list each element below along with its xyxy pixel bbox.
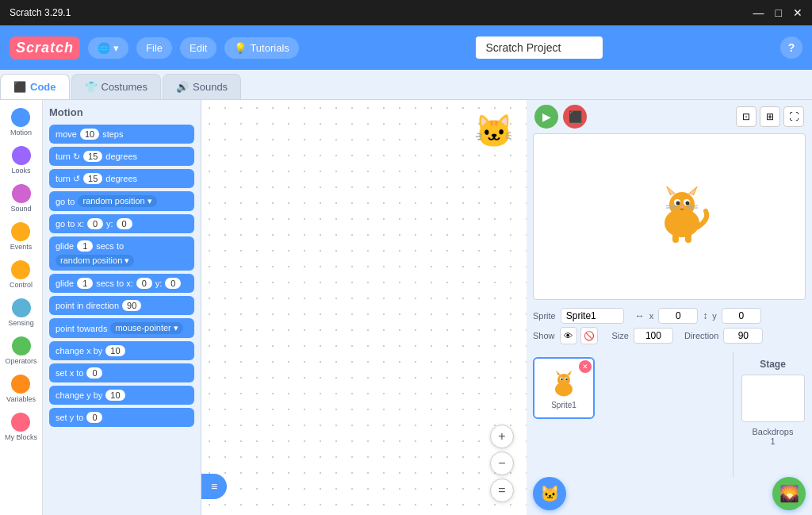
svg-point-24 bbox=[565, 378, 568, 380]
svg-point-10 bbox=[680, 206, 684, 209]
sprite-x-field[interactable] bbox=[658, 308, 698, 324]
set-y-input[interactable]: 0 bbox=[86, 412, 102, 423]
block-change-x[interactable]: change x by 10 bbox=[49, 341, 194, 360]
sprite-list: ✕ Sprite1 bbox=[527, 352, 733, 477]
sprite-name-field[interactable] bbox=[561, 308, 624, 324]
block-glide-xy[interactable]: glide 1 secs to x: 0 y: 0 bbox=[49, 274, 194, 293]
svg-point-25 bbox=[563, 380, 565, 382]
goto-dropdown[interactable]: random position ▾ bbox=[78, 195, 156, 207]
sprite-stage-row: ✕ Sprite1 St bbox=[527, 352, 812, 477]
tab-sounds[interactable]: 🔊 Sounds bbox=[163, 74, 241, 99]
stop-icon: ⬛ bbox=[569, 110, 582, 123]
category-variables[interactable]: Variables bbox=[5, 371, 37, 406]
sounds-tab-label: Sounds bbox=[193, 81, 228, 93]
small-stage-button[interactable]: ⊡ bbox=[736, 106, 756, 127]
x-arrow-icon: ↔ bbox=[635, 310, 645, 321]
green-flag-button[interactable]: ▶ bbox=[534, 105, 558, 129]
glide-xy-secs-input[interactable]: 1 bbox=[77, 278, 93, 289]
svg-marker-19 bbox=[556, 371, 561, 375]
set-x-input[interactable]: 0 bbox=[86, 367, 102, 379]
y-arrow-icon: ↕ bbox=[703, 310, 707, 321]
tutorials-button[interactable]: 💡 Tutorials bbox=[224, 37, 298, 59]
sprite-preview-in-code: 🐱 bbox=[474, 113, 514, 150]
close-button[interactable]: ✕ bbox=[793, 6, 802, 19]
turn-ccw-degrees-input[interactable]: 15 bbox=[83, 173, 102, 184]
sprite-size-field[interactable] bbox=[634, 328, 673, 344]
category-motion[interactable]: Motion bbox=[9, 105, 33, 140]
block-categories: Motion Looks Sound Events Control Sensin… bbox=[0, 100, 43, 515]
move-steps-input[interactable]: 10 bbox=[80, 129, 99, 140]
block-move[interactable]: move 10 steps bbox=[49, 125, 194, 144]
show-hidden-button[interactable]: 🚫 bbox=[580, 327, 598, 344]
tab-costumes[interactable]: 👕 Costumes bbox=[71, 74, 162, 99]
add-backdrop-button[interactable]: 🌄 bbox=[772, 477, 806, 510]
file-menu-button[interactable]: File bbox=[136, 37, 172, 59]
block-turn-cw[interactable]: turn ↻ 15 degrees bbox=[49, 147, 194, 166]
sprite-y-field[interactable] bbox=[722, 308, 761, 324]
category-myblocks[interactable]: My Blocks bbox=[3, 409, 39, 444]
category-operators[interactable]: Operators bbox=[3, 333, 38, 368]
zoom-controls: + − = bbox=[490, 425, 514, 502]
add-sprite-button[interactable]: 🐱 bbox=[533, 477, 566, 510]
sound-dot bbox=[12, 184, 31, 203]
sprite-direction-field[interactable] bbox=[723, 328, 763, 344]
glide-xy-x-input[interactable]: 0 bbox=[136, 278, 152, 289]
titlebar-title: Scratch 3.29.1 bbox=[10, 7, 71, 18]
category-events[interactable]: Events bbox=[9, 219, 34, 254]
goto-y-input[interactable]: 0 bbox=[117, 218, 132, 229]
point-towards-dropdown[interactable]: mouse-pointer ▾ bbox=[110, 322, 182, 334]
navbar: Scratch 🌐 ▾ File Edit 💡 Tutorials ? bbox=[0, 25, 812, 70]
change-y-input[interactable]: 10 bbox=[105, 390, 124, 401]
block-glide-to[interactable]: glide 1 secs to random position ▾ bbox=[49, 236, 194, 271]
globe-button[interactable]: 🌐 ▾ bbox=[88, 37, 128, 59]
minimize-button[interactable]: — bbox=[753, 6, 764, 19]
motion-label: Motion bbox=[10, 129, 32, 136]
edit-menu-button[interactable]: Edit bbox=[180, 37, 216, 59]
change-x-input[interactable]: 10 bbox=[105, 345, 124, 356]
category-looks[interactable]: Looks bbox=[10, 143, 32, 178]
sprite-thumbnail bbox=[548, 367, 580, 399]
zoom-in-button[interactable]: + bbox=[490, 425, 514, 448]
turn-cw-degrees-input[interactable]: 15 bbox=[83, 151, 102, 162]
category-sound[interactable]: Sound bbox=[9, 181, 33, 216]
stage-thumbnail[interactable] bbox=[741, 375, 805, 422]
stage-controls: ▶ ⬛ ⊡ ⊞ ⛶ bbox=[527, 100, 812, 133]
block-goto[interactable]: go to random position ▾ bbox=[49, 191, 194, 211]
zoom-fit-button[interactable]: = bbox=[490, 478, 514, 502]
block-goto-xy[interactable]: go to x: 0 y: 0 bbox=[49, 214, 194, 233]
delete-sprite-button[interactable]: ✕ bbox=[579, 360, 592, 373]
glide-xy-y-input[interactable]: 0 bbox=[165, 278, 181, 289]
collapse-panel-button[interactable]: ≡ bbox=[201, 474, 227, 499]
code-area[interactable]: 🐱 + − = ≡ bbox=[201, 100, 527, 515]
block-point-direction[interactable]: point in direction 90 bbox=[49, 296, 194, 315]
zoom-out-button[interactable]: − bbox=[490, 452, 514, 475]
svg-marker-20 bbox=[567, 371, 572, 375]
big-stage-button[interactable]: ⊞ bbox=[760, 106, 780, 127]
category-sensing[interactable]: Sensing bbox=[6, 295, 36, 330]
titlebar-controls[interactable]: — □ ✕ bbox=[753, 6, 802, 19]
project-name-input[interactable] bbox=[476, 37, 603, 59]
sensing-label: Sensing bbox=[8, 319, 34, 327]
show-visible-button[interactable]: 👁 bbox=[560, 327, 577, 344]
glide-secs-input[interactable]: 1 bbox=[77, 240, 93, 252]
svg-point-23 bbox=[561, 378, 563, 380]
code-tab-icon: ⬛ bbox=[13, 81, 26, 93]
tab-code[interactable]: ⬛ Code bbox=[0, 74, 70, 99]
svg-point-9 bbox=[686, 202, 690, 206]
block-change-y[interactable]: change y by 10 bbox=[49, 386, 194, 405]
stop-button[interactable]: ⬛ bbox=[563, 105, 587, 129]
block-set-x[interactable]: set x to 0 bbox=[49, 363, 194, 382]
sprite-show-row: Show 👁 🚫 Size Direction bbox=[533, 327, 806, 344]
fullscreen-button[interactable]: ⛶ bbox=[783, 106, 804, 127]
block-set-y[interactable]: set y to 0 bbox=[49, 408, 194, 427]
point-dir-input[interactable]: 90 bbox=[122, 300, 141, 311]
maximize-button[interactable]: □ bbox=[776, 6, 782, 19]
help-button[interactable]: ? bbox=[780, 37, 802, 59]
goto-x-input[interactable]: 0 bbox=[87, 218, 103, 229]
glide-to-dropdown[interactable]: random position ▾ bbox=[56, 255, 134, 267]
globe-icon: 🌐 bbox=[98, 42, 110, 54]
sprite-card-sprite1[interactable]: ✕ Sprite1 bbox=[533, 357, 595, 419]
block-turn-ccw[interactable]: turn ↺ 15 degrees bbox=[49, 169, 194, 188]
category-control[interactable]: Control bbox=[8, 257, 34, 292]
block-point-towards[interactable]: point towards mouse-pointer ▾ bbox=[49, 318, 194, 338]
